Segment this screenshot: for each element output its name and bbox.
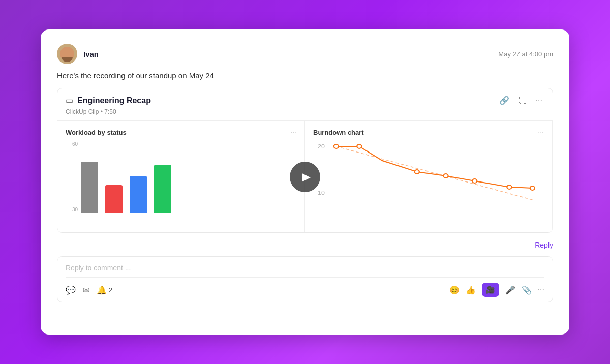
timestamp: May 27 at 4:00 pm xyxy=(498,50,553,58)
bar-label-top: 60 xyxy=(66,141,78,147)
avatar xyxy=(57,44,77,64)
svg-point-8 xyxy=(530,186,535,190)
clip-title-row: ▭ Engineering Recap xyxy=(66,96,151,105)
toolbar-right: 😊 👍 🎥 🎤 📎 ··· xyxy=(449,283,544,297)
comment-input-area[interactable]: Reply to comment ... 💬 ✉ 🔔 2 😊 👍 🎥 🎤 📎 ·… xyxy=(57,256,553,302)
svg-point-4 xyxy=(415,170,419,174)
charts-area: Workload by status ··· 60 30 xyxy=(57,120,553,232)
burndown-chart-title-row: Burndown chart ··· xyxy=(313,128,544,136)
link-button[interactable]: 🔗 xyxy=(497,95,511,106)
burndown-chart-panel: Burndown chart ··· 20 10 xyxy=(305,121,553,232)
chart-title-row: Workload by status ··· xyxy=(66,128,296,136)
reply-button[interactable]: Reply xyxy=(535,241,553,249)
video-clip-icon: ▭ xyxy=(66,96,73,105)
svg-point-5 xyxy=(444,174,448,178)
notification-badge: 🔔 2 xyxy=(97,285,112,295)
bar-chart-labels: 60 30 xyxy=(66,141,78,213)
post-user: Ivan xyxy=(57,44,99,64)
bar-red xyxy=(105,185,123,213)
attachment-button[interactable]: 📎 xyxy=(522,285,532,295)
more-button[interactable]: ··· xyxy=(534,95,544,106)
burndown-more-button[interactable]: ··· xyxy=(538,128,544,136)
workload-chart-title: Workload by status xyxy=(66,129,127,136)
bar-blue xyxy=(130,176,147,213)
workload-chart-panel: Workload by status ··· 60 30 xyxy=(57,121,305,232)
post-message: Here's the recording of our standup on M… xyxy=(57,71,553,80)
camera-toolbar-button[interactable]: 🎥 xyxy=(482,283,499,297)
expand-button[interactable]: ⛶ xyxy=(516,95,529,106)
bar-label-bot: 30 xyxy=(66,207,78,213)
dashed-reference-line xyxy=(81,162,312,162)
clip-container: ▭ Engineering Recap 🔗 ⛶ ··· ClickUp Clip… xyxy=(57,88,553,233)
svg-point-7 xyxy=(507,185,511,189)
play-button[interactable]: ▶ xyxy=(290,162,320,192)
bar-gray xyxy=(81,162,98,213)
clip-actions: 🔗 ⛶ ··· xyxy=(497,95,544,106)
bell-button[interactable]: 🔔 xyxy=(97,285,107,295)
chat-button[interactable]: 💬 xyxy=(66,285,76,295)
workload-more-button[interactable]: ··· xyxy=(290,128,296,136)
email-button[interactable]: ✉ xyxy=(83,285,89,295)
mic-toolbar-button[interactable]: 🎤 xyxy=(505,285,515,295)
comment-placeholder: Reply to comment ... xyxy=(66,264,544,272)
svg-point-2 xyxy=(334,144,339,148)
main-card: Ivan May 27 at 4:00 pm Here's the record… xyxy=(41,29,569,335)
burndown-chart-title: Burndown chart xyxy=(313,129,364,136)
svg-point-6 xyxy=(472,179,477,183)
username: Ivan xyxy=(83,50,99,58)
svg-text:20: 20 xyxy=(318,143,325,149)
emoji-button[interactable]: 😊 xyxy=(449,285,460,295)
post-header: Ivan May 27 at 4:00 pm xyxy=(57,44,553,64)
reaction-button[interactable]: 👍 xyxy=(466,285,476,295)
svg-point-3 xyxy=(357,144,361,148)
reply-area: Reply xyxy=(57,241,553,249)
bar-green xyxy=(154,165,171,213)
more-toolbar-button[interactable]: ··· xyxy=(538,285,544,294)
clip-meta: ClickUp Clip • 7:50 xyxy=(57,108,553,120)
clip-title: Engineering Recap xyxy=(77,96,151,105)
play-icon: ▶ xyxy=(302,170,311,184)
comment-toolbar: 💬 ✉ 🔔 2 😊 👍 🎥 🎤 📎 ··· xyxy=(66,277,544,297)
toolbar-left: 💬 ✉ 🔔 2 xyxy=(66,285,112,295)
notification-count: 2 xyxy=(109,286,112,294)
burndown-svg: 20 10 xyxy=(313,141,544,213)
svg-text:10: 10 xyxy=(318,190,325,196)
bar-chart: 60 30 xyxy=(66,141,296,213)
clip-header: ▭ Engineering Recap 🔗 ⛶ ··· xyxy=(57,88,553,108)
